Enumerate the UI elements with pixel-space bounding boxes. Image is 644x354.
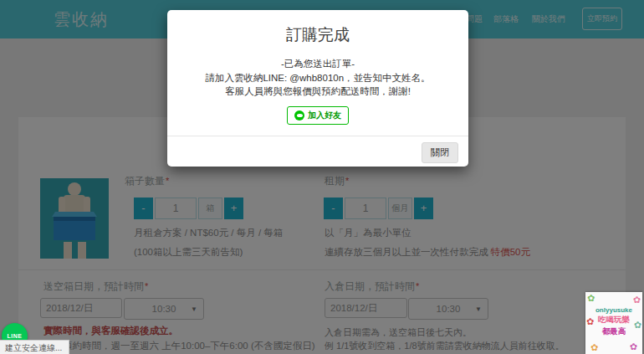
customer-service-note: 客服人員將與您報價與預約配送時間，謝謝!: [167, 85, 468, 99]
flower-icon: ✿: [633, 295, 641, 305]
modal-body: -已為您送出訂單- 請加入雲收納LINE: @whb8010n，並告知中文姓名。…: [167, 57, 468, 125]
ad-blogger-name: onlyyusuke: [585, 306, 642, 314]
line-add-friend-button[interactable]: 加入好友: [287, 106, 349, 126]
browser-status-bar: 建立安全連線...: [0, 340, 69, 354]
line-id-instruction: 請加入雲收納LINE: @whb8010n，並告知中文姓名。: [167, 71, 468, 85]
ad-tagline-1: 吃喝玩樂: [585, 315, 642, 326]
flower-icon: ✿: [587, 294, 595, 303]
ad-text-block: onlyyusuke 吃喝玩樂 都最高: [585, 306, 642, 337]
line-float-label: LINE: [8, 333, 23, 339]
order-complete-modal: 訂購完成 -已為您送出訂單- 請加入雲收納LINE: @whb8010n，並告知…: [167, 10, 468, 167]
line-add-friend-label: 加入好友: [308, 109, 341, 123]
flower-icon: ✿: [630, 342, 637, 351]
line-icon: [294, 110, 304, 121]
close-button[interactable]: 關閉: [422, 142, 458, 163]
modal-title: 訂購完成: [167, 24, 468, 46]
modal-footer: 關閉: [167, 136, 468, 167]
flower-icon: ✿: [590, 343, 598, 352]
order-sent-line: -已為您送出訂單-: [167, 57, 468, 71]
ad-tagline-2: 都最高: [585, 326, 642, 337]
blogger-badge-ad[interactable]: ✿ ✿ ✿ ✿ ✿ ✿ onlyyusuke 吃喝玩樂 都最高: [585, 292, 642, 354]
